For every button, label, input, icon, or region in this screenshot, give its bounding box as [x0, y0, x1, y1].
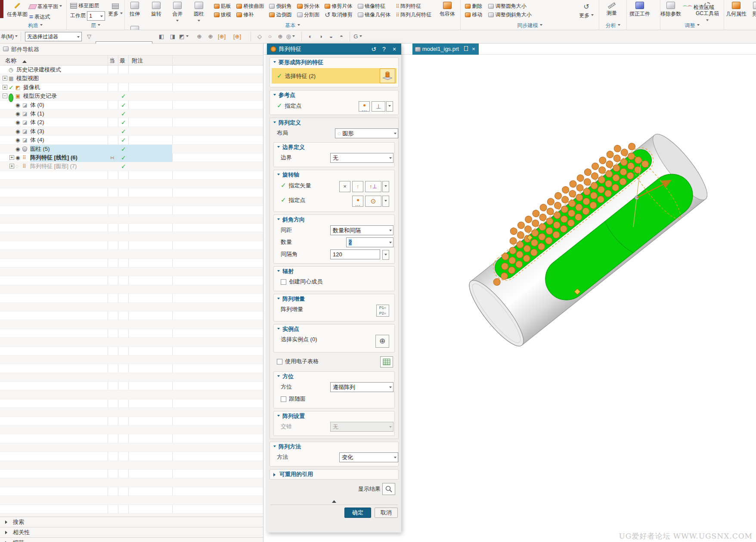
group-label-analysis[interactable]: 分析	[599, 22, 626, 29]
tree-row-label[interactable]: 圆柱 (5)	[30, 145, 172, 153]
group-label-basic[interactable]: 基本	[125, 22, 460, 29]
mirror-geometry-button[interactable]: 镜像几何体	[358, 11, 390, 19]
boundary-definition-header[interactable]: 边界定义	[274, 143, 394, 152]
bridge-surface-button[interactable]: 桥接曲面	[236, 2, 264, 10]
filter-reset-icon[interactable]: ▽	[84, 32, 94, 41]
clip-button[interactable]: 剪切	[747, 0, 756, 18]
expand-toggle-icon[interactable]: +	[3, 76, 7, 81]
axis-point-value-button[interactable]: ⊙	[365, 196, 381, 207]
measure-button[interactable]: 测量	[602, 0, 622, 17]
expand-toggle-icon[interactable]: +	[9, 164, 14, 168]
align-part-button[interactable]: 摆正工件	[629, 0, 650, 18]
axis-point-dialog-button[interactable]: …	[352, 196, 363, 207]
column-latest[interactable]: 最	[120, 57, 125, 65]
tree-row[interactable]: ◉◪体 (1)✓	[0, 109, 263, 118]
draft-button[interactable]: 拔模	[214, 11, 231, 19]
tree-row-label[interactable]: 体 (2)	[30, 118, 44, 127]
snap-gear-icon[interactable]: ⊕	[206, 32, 215, 41]
window-icon[interactable]: ◓	[337, 32, 346, 41]
spreadsheet-row[interactable]: 使用电子表格	[270, 356, 398, 369]
ok-button[interactable]: 确定	[344, 508, 371, 518]
highlight-body-icon[interactable]: ◧	[157, 32, 166, 41]
follow-face-checkbox[interactable]	[281, 396, 286, 402]
feature-icon-button[interactable]	[380, 69, 395, 83]
reusable-references-header[interactable]: 可重用的引用	[270, 470, 398, 479]
assembly-select-icon[interactable]: ◩	[179, 32, 189, 41]
tree-row[interactable]: +◌⠿阵列特征 [圆形] (7)✓	[0, 162, 263, 171]
snap-end-icon[interactable]: ◇	[255, 32, 264, 41]
wireframe-view-icon[interactable]: ◑	[316, 32, 325, 41]
selection-filter-combo[interactable]: 无选择过滤器	[25, 32, 82, 41]
tree-row[interactable]: ◷历史记录建模模式	[0, 65, 263, 74]
dependencies-panel-toggle[interactable]: 相关性	[0, 527, 263, 537]
cancel-button[interactable]: 取消	[375, 508, 398, 518]
work-layer-input[interactable]: 1	[87, 11, 105, 21]
pattern-definition-header[interactable]: 阵列定义	[270, 118, 398, 128]
rotation-axis-header[interactable]: 旋转轴	[274, 170, 394, 180]
pattern-increment-header[interactable]: 阵列增量	[274, 294, 394, 304]
tree-row[interactable]: +✓◩摄像机	[0, 83, 263, 92]
method-combo[interactable]: 变化	[339, 452, 398, 462]
pattern-geometry-button[interactable]: ⠿ 阵列几何特征	[396, 11, 431, 19]
menu-button[interactable]: 单(M)	[1, 32, 18, 41]
count-input[interactable]: 2	[346, 237, 393, 247]
divide-face-button[interactable]: 分割面	[297, 11, 319, 19]
layer-more-button[interactable]: 更多	[108, 1, 123, 18]
eye-icon[interactable]: ◉	[15, 127, 20, 136]
tree-row[interactable]: ◉圆柱 (5)✓	[0, 145, 263, 153]
geometry-properties-button[interactable]: 几何属性	[726, 0, 747, 18]
vector-options-dropdown[interactable]	[382, 181, 389, 192]
tree-row[interactable]: +◉⠿阵列特征 [线性] (6)∺✓	[0, 153, 263, 162]
snap-quadrant-icon[interactable]: ◎	[286, 32, 295, 41]
axis-point-row[interactable]: ✓指定点 … ⊙	[274, 194, 394, 209]
concentric-row[interactable]: 创建同心成员	[274, 276, 394, 288]
spacing-combo[interactable]: 数量和间隔	[330, 225, 393, 235]
expression-button[interactable]: = 表达式	[29, 13, 62, 21]
enclosure-button[interactable]: 包容体	[437, 0, 457, 18]
tree-row[interactable]: ◉◪体 (2)✓	[0, 118, 263, 127]
rib-button[interactable]: 筋板	[214, 2, 231, 10]
inferred-vector-button[interactable]: ↑	[352, 181, 363, 192]
task-sketch-button[interactable]: 任务草图	[7, 0, 28, 18]
instance-points-header[interactable]: 实例点	[274, 324, 394, 334]
dialog-reset-icon[interactable]: ↺	[369, 44, 379, 55]
shaded-view-icon[interactable]: ◐	[306, 32, 315, 41]
eye-icon[interactable]: ◉	[15, 118, 20, 127]
sync-more-button[interactable]: ↺ 更多	[576, 1, 596, 19]
snap-center-icon[interactable]: ⊕	[276, 32, 285, 41]
tree-row[interactable]: +▦模型视图	[0, 74, 263, 83]
dialog-collapse-row[interactable]	[267, 497, 401, 503]
snap-point-box2-icon[interactable]: [⊕]	[232, 32, 242, 41]
tree-row-label[interactable]: 体 (4)	[30, 136, 44, 144]
follow-face-row[interactable]: 跟随面	[274, 393, 394, 405]
edge-blend-button[interactable]: 边倒圆	[269, 11, 291, 19]
eye-hidden-icon[interactable]: ◌	[15, 162, 19, 171]
vector-dialog-button[interactable]: ×	[339, 181, 350, 192]
collapse-dialog-icon[interactable]	[332, 498, 336, 503]
tree-row-label[interactable]: 体 (0)	[30, 101, 44, 109]
unite-button[interactable]: 合并	[167, 0, 187, 24]
instance-select-row[interactable]: 选择实例点 (0) ⊕	[274, 334, 394, 349]
vector-value-button[interactable]: ↑⊥	[365, 181, 381, 192]
features-section-header[interactable]: 要形成阵列的特征	[270, 58, 398, 67]
delete-face-button[interactable]: 删除	[465, 2, 482, 10]
trim-sheet-button[interactable]: 修剪片体	[325, 2, 353, 10]
close-tab-icon[interactable]: ×	[472, 46, 475, 52]
tree-row-label[interactable]: 历史记录建模模式	[16, 65, 61, 74]
split-body-button[interactable]: 拆分体	[297, 2, 319, 10]
point-options-dropdown[interactable]	[386, 101, 393, 112]
spreadsheet-checkbox[interactable]	[277, 359, 282, 364]
gc-toolbox-button[interactable]: GC工具箱	[696, 0, 719, 24]
snap-filter-icon[interactable]: ⊕	[195, 32, 204, 41]
search-panel-toggle[interactable]: 搜索	[0, 517, 263, 527]
reference-point-header[interactable]: 参考点	[270, 90, 398, 100]
patch-button[interactable]: 修补	[236, 11, 264, 19]
layout-combo[interactable]: ◌ 圆形	[335, 128, 398, 138]
group-label-layer[interactable]: 层	[67, 22, 124, 29]
angle-input[interactable]: 120	[330, 249, 380, 259]
datum-plane-button[interactable]: 基准平面	[29, 3, 62, 10]
snap-circle-icon[interactable]: ○	[265, 32, 275, 41]
point-constructor-button[interactable]: ⊥	[372, 101, 385, 112]
point-dialog-button[interactable]: …	[359, 101, 370, 112]
remove-parameters-button[interactable]: 移除参数	[660, 0, 681, 18]
